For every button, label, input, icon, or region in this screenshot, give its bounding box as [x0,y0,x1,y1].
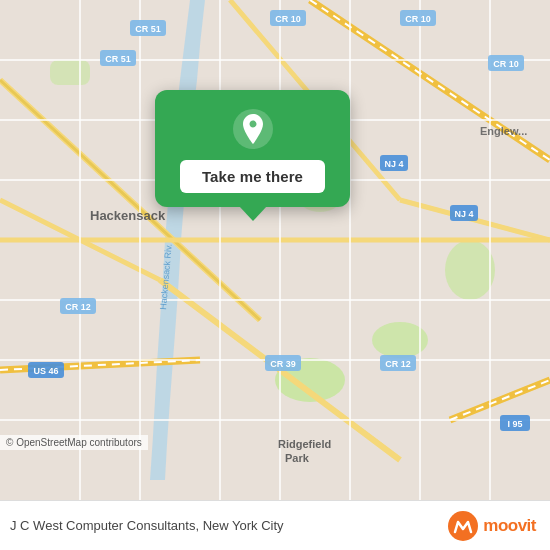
svg-text:Park: Park [285,452,310,464]
svg-text:Englew...: Englew... [480,125,527,137]
svg-text:CR 10: CR 10 [275,14,301,24]
location-label: J C West Computer Consultants, New York … [10,518,284,533]
svg-text:CR 12: CR 12 [65,302,91,312]
svg-text:CR 51: CR 51 [105,54,131,64]
svg-text:CR 51: CR 51 [135,24,161,34]
map-popup: Take me there [155,90,350,207]
svg-text:CR 12: CR 12 [385,359,411,369]
map-background: CR 51 CR 51 CR 10 CR 10 CR 10 NJ 4 NJ 4 … [0,0,550,500]
svg-rect-4 [50,60,90,85]
moovit-icon [447,510,479,542]
svg-text:NJ 4: NJ 4 [454,209,473,219]
svg-text:US 46: US 46 [33,366,58,376]
map-container: CR 51 CR 51 CR 10 CR 10 CR 10 NJ 4 NJ 4 … [0,0,550,500]
moovit-text: moovit [483,516,536,536]
svg-text:I 95: I 95 [507,419,522,429]
location-pin-icon [232,108,274,150]
svg-text:Hackensack: Hackensack [90,208,166,223]
svg-text:CR 10: CR 10 [493,59,519,69]
bottom-bar: J C West Computer Consultants, New York … [0,500,550,550]
svg-point-62 [448,511,478,541]
take-me-there-button[interactable]: Take me there [180,160,325,193]
moovit-logo: moovit [447,510,536,542]
svg-text:CR 10: CR 10 [405,14,431,24]
svg-text:CR 39: CR 39 [270,359,296,369]
svg-point-3 [445,240,495,300]
svg-text:NJ 4: NJ 4 [384,159,403,169]
osm-credit: © OpenStreetMap contributors [0,435,148,450]
svg-text:Ridgefield: Ridgefield [278,438,331,450]
